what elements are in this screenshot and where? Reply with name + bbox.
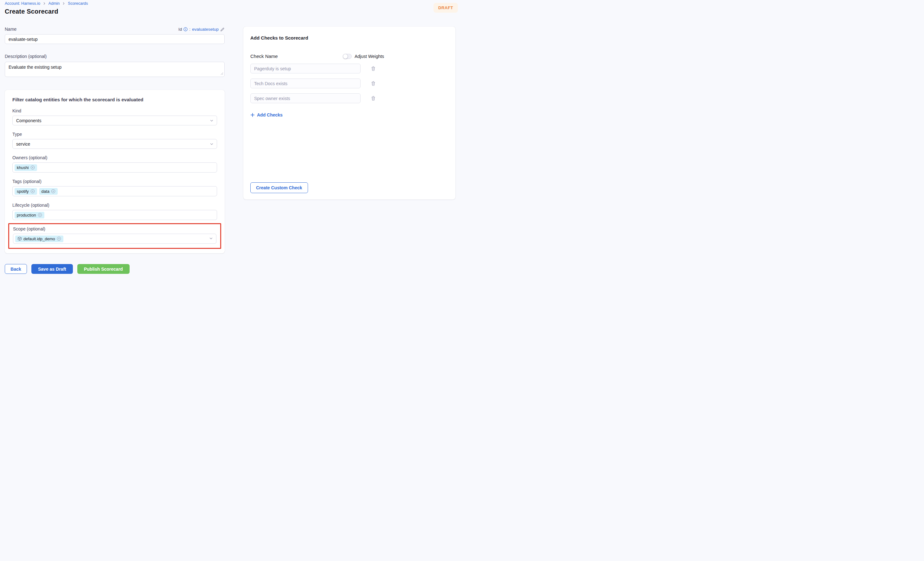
create-scorecard-page: Account: Harness.io Admin Scorecards Cre… bbox=[0, 0, 462, 280]
plus-icon bbox=[250, 113, 255, 117]
breadcrumb-link-admin[interactable]: Admin bbox=[48, 1, 60, 6]
add-checks-heading: Add Checks to Scorecard bbox=[250, 35, 448, 40]
filter-entities-card: Filter catalog entities for which the sc… bbox=[5, 90, 225, 253]
check-row bbox=[250, 93, 448, 103]
resize-handle-icon[interactable] bbox=[220, 70, 224, 76]
kind-label: Kind bbox=[12, 108, 217, 113]
filter-heading: Filter catalog entities for which the sc… bbox=[12, 97, 217, 102]
trash-icon bbox=[371, 96, 376, 101]
add-checks-card: Add Checks to Scorecard Check Name Adjus… bbox=[243, 27, 455, 199]
adjust-weights-toggle[interactable] bbox=[343, 54, 352, 59]
remove-chip-icon[interactable] bbox=[30, 165, 35, 170]
trash-icon bbox=[371, 81, 376, 86]
kind-field-group: Kind Components bbox=[12, 108, 217, 126]
kind-selected-value: Components bbox=[16, 118, 41, 123]
save-as-draft-button[interactable]: Save as Draft bbox=[32, 264, 73, 274]
check-input[interactable] bbox=[250, 79, 361, 88]
breadcrumb: Account: Harness.io Admin Scorecards bbox=[5, 1, 88, 6]
tags-label: Tags (optional) bbox=[12, 179, 217, 184]
delete-check-button[interactable] bbox=[370, 80, 376, 87]
chevron-down-icon bbox=[210, 119, 214, 123]
tags-input[interactable]: spotify data bbox=[12, 186, 217, 196]
back-button[interactable]: Back bbox=[5, 264, 27, 274]
lifecycle-input[interactable]: production bbox=[12, 210, 217, 220]
tag-chip: data bbox=[39, 188, 58, 195]
lifecycle-chip: production bbox=[15, 212, 44, 218]
owners-field-group: Owners (optional) khushi bbox=[12, 155, 217, 172]
type-label: Type bbox=[12, 132, 217, 137]
tag-chip: spotify bbox=[15, 188, 37, 195]
info-icon[interactable] bbox=[183, 27, 188, 31]
trash-icon bbox=[371, 66, 376, 71]
id-label: Id bbox=[178, 27, 182, 31]
create-custom-check-button[interactable]: Create Custom Check bbox=[250, 183, 308, 193]
check-row bbox=[250, 79, 448, 88]
lifecycle-chip-label: production bbox=[17, 213, 36, 217]
scope-chip-label: default.idp_demo bbox=[24, 236, 55, 241]
remove-chip-icon[interactable] bbox=[30, 189, 35, 193]
toggle-knob bbox=[343, 54, 348, 59]
footer-actions: Back Save as Draft Publish Scorecard bbox=[5, 264, 130, 274]
tags-field-group: Tags (optional) spotify data bbox=[12, 179, 217, 196]
publish-scorecard-button[interactable]: Publish Scorecard bbox=[77, 264, 130, 274]
description-textarea[interactable] bbox=[5, 62, 225, 77]
breadcrumb-link-scorecards[interactable]: Scorecards bbox=[68, 1, 88, 6]
type-select[interactable]: service bbox=[12, 139, 217, 149]
tag-chip-label: spotify bbox=[17, 189, 29, 194]
kind-select[interactable]: Components bbox=[12, 115, 217, 126]
chevron-down-icon bbox=[210, 142, 214, 146]
scope-field-group: Scope (optional) default.idp_demo bbox=[13, 226, 216, 244]
remove-chip-icon[interactable] bbox=[51, 189, 56, 193]
add-checks-button[interactable]: Add Checks bbox=[250, 112, 283, 117]
owner-chip: khushi bbox=[15, 164, 37, 171]
remove-chip-icon[interactable] bbox=[57, 236, 61, 241]
page-title: Create Scorecard bbox=[5, 8, 58, 15]
delete-check-button[interactable] bbox=[370, 95, 376, 102]
add-checks-label: Add Checks bbox=[257, 112, 283, 117]
id-separator: : bbox=[189, 27, 190, 31]
adjust-weights-label: Adjust Weights bbox=[355, 54, 384, 59]
name-label: Name bbox=[5, 27, 16, 31]
chevron-right-icon bbox=[62, 2, 65, 5]
description-label: Description (optional) bbox=[5, 54, 225, 59]
owner-chip-label: khushi bbox=[17, 165, 29, 170]
check-name-label: Check Name bbox=[250, 54, 343, 59]
owners-input[interactable]: khushi bbox=[12, 162, 217, 172]
lifecycle-label: Lifecycle (optional) bbox=[12, 203, 217, 208]
scope-chip: default.idp_demo bbox=[15, 236, 63, 242]
delete-check-button[interactable] bbox=[370, 65, 376, 72]
owners-label: Owners (optional) bbox=[12, 155, 217, 160]
scope-highlight-box: Scope (optional) default.idp_demo bbox=[8, 223, 221, 249]
cube-icon bbox=[17, 236, 22, 241]
name-input[interactable] bbox=[5, 34, 225, 44]
scope-select[interactable]: default.idp_demo bbox=[13, 233, 216, 244]
type-selected-value: service bbox=[16, 142, 30, 147]
id-value-link[interactable]: evaluatesetup bbox=[192, 27, 219, 31]
check-input[interactable] bbox=[250, 93, 361, 103]
scope-label: Scope (optional) bbox=[13, 226, 216, 232]
lifecycle-field-group: Lifecycle (optional) production bbox=[12, 203, 217, 220]
remove-chip-icon[interactable] bbox=[38, 213, 42, 217]
scorecard-form: Name Id : evaluatesetup Description (opt… bbox=[5, 27, 225, 253]
type-field-group: Type service bbox=[12, 132, 217, 149]
chevron-down-icon bbox=[209, 236, 213, 242]
edit-pencil-icon[interactable] bbox=[220, 27, 225, 31]
status-badge: DRAFT bbox=[434, 3, 458, 13]
entity-id-group: Id : evaluatesetup bbox=[178, 27, 225, 31]
check-name-row: Check Name Adjust Weights bbox=[250, 54, 448, 59]
breadcrumb-link-account[interactable]: Account: Harness.io bbox=[5, 1, 40, 6]
check-row bbox=[250, 64, 448, 73]
chevron-right-icon bbox=[43, 2, 46, 5]
tag-chip-label: data bbox=[42, 189, 50, 194]
check-input[interactable] bbox=[250, 64, 361, 73]
